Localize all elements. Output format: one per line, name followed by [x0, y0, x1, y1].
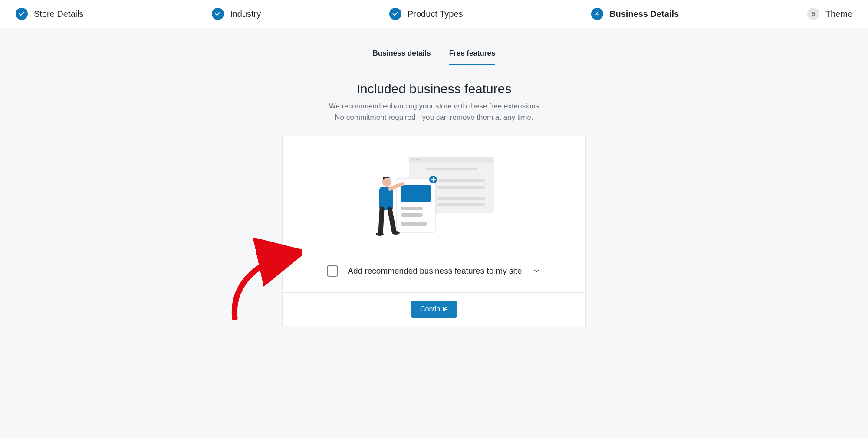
step-connector	[92, 14, 204, 14]
step-product-types[interactable]: Product Types	[389, 8, 463, 20]
svg-rect-6	[437, 179, 485, 182]
step-industry[interactable]: Industry	[212, 8, 261, 20]
svg-point-4	[419, 159, 421, 160]
svg-rect-5	[425, 168, 477, 170]
recommended-features-checkbox[interactable]	[327, 265, 338, 277]
check-icon	[214, 10, 221, 17]
recommended-features-label: Add recommended business features to my …	[348, 266, 522, 276]
features-illustration	[283, 136, 585, 253]
step-store-details[interactable]: Store Details	[16, 8, 84, 20]
expand-features-button[interactable]	[532, 266, 541, 276]
svg-rect-8	[437, 197, 485, 200]
step-label-4: Business Details	[609, 9, 679, 19]
card-footer: Continue	[283, 292, 585, 326]
continue-button[interactable]: Continue	[411, 301, 457, 318]
step-theme[interactable]: 5 Theme	[807, 8, 852, 20]
step-connector	[470, 14, 583, 14]
svg-point-16	[382, 178, 391, 187]
step-marker-4: 4	[591, 8, 603, 20]
svg-rect-7	[437, 186, 485, 189]
svg-point-2	[412, 159, 414, 160]
step-connector	[687, 14, 799, 14]
chevron-down-icon	[533, 267, 540, 275]
svg-rect-14	[401, 222, 427, 226]
page-heading: Included business features We recommend …	[0, 82, 868, 124]
features-card: Add recommended business features to my …	[282, 136, 586, 326]
svg-point-18	[392, 231, 400, 235]
check-icon	[392, 10, 399, 17]
wizard-stepper: Store Details Industry Product Types 4 B…	[0, 0, 868, 28]
step-marker-3	[389, 8, 401, 20]
svg-rect-12	[401, 207, 423, 210]
step-label-3: Product Types	[408, 9, 463, 19]
svg-rect-13	[401, 213, 423, 217]
page-title: Included business features	[0, 82, 868, 96]
svg-point-3	[416, 159, 418, 160]
page-tabs: Business details Free features	[0, 49, 868, 65]
step-label-5: Theme	[825, 9, 852, 19]
tab-business-details[interactable]: Business details	[373, 49, 431, 65]
step-connector	[269, 14, 381, 14]
recommended-features-option: Add recommended business features to my …	[283, 253, 585, 292]
svg-rect-9	[437, 203, 485, 206]
step-label-1: Store Details	[34, 9, 84, 19]
step-marker-2	[212, 8, 224, 20]
check-icon	[18, 10, 25, 17]
step-label-2: Industry	[230, 9, 261, 19]
page-subtitle-1: We recommend enhancing your store with t…	[0, 101, 868, 112]
page-subtitle-2: No commitment required - you can remove …	[0, 112, 868, 123]
svg-point-17	[376, 232, 384, 236]
step-marker-1	[16, 8, 28, 20]
step-business-details[interactable]: 4 Business Details	[591, 8, 679, 20]
tab-free-features[interactable]: Free features	[449, 49, 496, 65]
svg-rect-1	[409, 157, 494, 163]
svg-rect-11	[401, 185, 431, 202]
step-marker-5: 5	[807, 8, 819, 20]
person-adding-page-icon	[372, 154, 496, 241]
